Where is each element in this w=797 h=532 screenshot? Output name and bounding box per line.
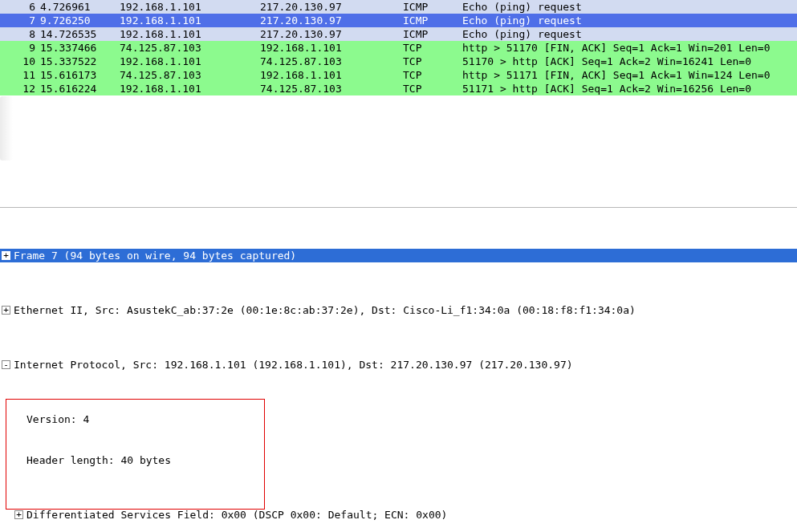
packet-row[interactable]: 1215.616224192.168.1.10174.125.87.103TCP… — [0, 82, 797, 95]
packet-cell-src: 74.125.87.103 — [120, 41, 260, 55]
packet-list[interactable]: 64.726961192.168.1.101217.20.130.97ICMPE… — [0, 0, 797, 95]
tree-ip-header-length[interactable]: Header length: 40 bytes — [0, 453, 797, 467]
packet-cell-proto: ICMP — [403, 0, 462, 14]
packet-cell-info: 51170 > http [ACK] Seq=1 Ack=2 Win=16241… — [462, 55, 797, 68]
packet-cell-dst: 217.20.130.97 — [260, 14, 403, 27]
packet-cell-time: 9.726250 — [35, 14, 120, 27]
packet-cell-proto: ICMP — [403, 14, 462, 27]
packet-cell-time: 15.337522 — [35, 55, 120, 68]
packet-cell-no: 6 — [0, 0, 35, 14]
packet-cell-dst: 74.125.87.103 — [260, 55, 403, 68]
packet-details-tree[interactable]: + Frame 7 (94 bytes on wire, 94 bytes ca… — [0, 208, 797, 532]
packet-cell-src: 192.168.1.101 — [120, 82, 260, 95]
packet-cell-time: 4.726961 — [35, 0, 120, 14]
packet-row[interactable]: 79.726250192.168.1.101217.20.130.97ICMPE… — [0, 14, 797, 27]
packet-cell-src: 74.125.87.103 — [120, 68, 260, 82]
packet-cell-proto: TCP — [403, 41, 462, 55]
tree-frame-label: Frame 7 (94 bytes on wire, 94 bytes capt… — [14, 249, 296, 262]
scroll-shadow — [0, 96, 13, 160]
tree-ethernet-label: Ethernet II, Src: AsustekC_ab:37:2e (00:… — [14, 303, 636, 317]
tree-ip[interactable]: - Internet Protocol, Src: 192.168.1.101 … — [0, 358, 797, 372]
packet-cell-dst: 192.168.1.101 — [260, 41, 403, 55]
packet-cell-no: 12 — [0, 82, 35, 95]
tree-ethernet[interactable]: + Ethernet II, Src: AsustekC_ab:37:2e (0… — [0, 303, 797, 317]
expand-plus-icon[interactable]: + — [2, 306, 10, 315]
packet-cell-info: 51171 > http [ACK] Seq=1 Ack=2 Win=16256… — [462, 82, 797, 95]
packet-cell-proto: TCP — [403, 68, 462, 82]
tree-ip-dsfield[interactable]: + Differentiated Services Field: 0x00 (D… — [0, 508, 797, 522]
packet-cell-no: 11 — [0, 68, 35, 82]
packet-cell-dst: 192.168.1.101 — [260, 68, 403, 82]
packet-cell-info: Echo (ping) request — [462, 27, 797, 41]
packet-cell-info: http > 51170 [FIN, ACK] Seq=1 Ack=1 Win=… — [462, 41, 797, 55]
tree-ip-label: Internet Protocol, Src: 192.168.1.101 (1… — [14, 358, 573, 372]
packet-cell-proto: TCP — [403, 55, 462, 68]
packet-row[interactable]: 64.726961192.168.1.101217.20.130.97ICMPE… — [0, 0, 797, 14]
packet-cell-time: 15.616173 — [35, 68, 120, 82]
packet-cell-no: 10 — [0, 55, 35, 68]
tree-frame[interactable]: + Frame 7 (94 bytes on wire, 94 bytes ca… — [0, 249, 797, 262]
packet-cell-src: 192.168.1.101 — [120, 55, 260, 68]
packet-row[interactable]: 915.33746674.125.87.103192.168.1.101TCPh… — [0, 41, 797, 55]
packet-cell-dst: 217.20.130.97 — [260, 0, 403, 14]
packet-cell-info: Echo (ping) request — [462, 14, 797, 27]
packet-cell-dst: 217.20.130.97 — [260, 27, 403, 41]
packet-cell-time: 14.726535 — [35, 27, 120, 41]
packet-row[interactable]: 1015.337522192.168.1.10174.125.87.103TCP… — [0, 55, 797, 68]
packet-cell-info: http > 51171 [FIN, ACK] Seq=1 Ack=1 Win=… — [462, 68, 797, 82]
packet-cell-dst: 74.125.87.103 — [260, 82, 403, 95]
packet-cell-no: 8 — [0, 27, 35, 41]
packet-cell-src: 192.168.1.101 — [120, 14, 260, 27]
packet-cell-info: Echo (ping) request — [462, 0, 797, 14]
expand-minus-icon[interactable]: - — [2, 360, 10, 369]
tree-ip-version[interactable]: Version: 4 — [0, 412, 797, 426]
packet-row[interactable]: 1115.61617374.125.87.103192.168.1.101TCP… — [0, 68, 797, 82]
expand-plus-icon[interactable]: + — [14, 510, 23, 519]
packet-cell-proto: ICMP — [403, 27, 462, 41]
expand-plus-icon[interactable]: + — [2, 251, 10, 260]
packet-cell-no: 7 — [0, 14, 35, 27]
packet-cell-src: 192.168.1.101 — [120, 0, 260, 14]
packet-cell-time: 15.337466 — [35, 41, 120, 55]
packet-cell-time: 15.616224 — [35, 82, 120, 95]
packet-cell-src: 192.168.1.101 — [120, 27, 260, 41]
packet-cell-proto: TCP — [403, 82, 462, 95]
packet-list-empty-area — [0, 95, 797, 206]
packet-cell-no: 9 — [0, 41, 35, 55]
packet-row[interactable]: 814.726535192.168.1.101217.20.130.97ICMP… — [0, 27, 797, 41]
